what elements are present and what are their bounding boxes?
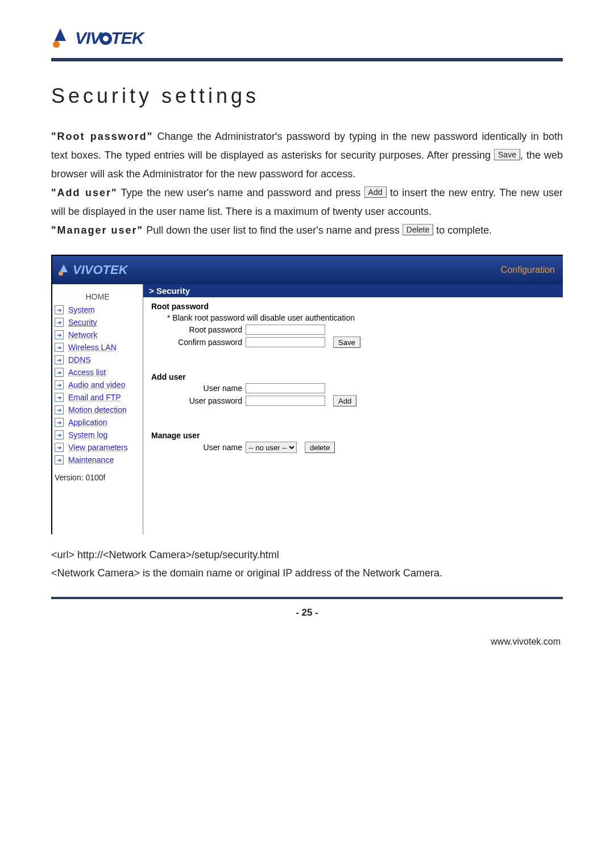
sidebar-item-label: Email and FTP [68, 393, 121, 402]
sidebar-item-label: Wireless LAN [68, 343, 117, 352]
sidebar-item-label: Network [68, 330, 97, 339]
sidebar-item-label: Application [68, 418, 107, 427]
sidebar-item-wireless-lan[interactable]: ➔ Wireless LAN [52, 341, 143, 354]
sidebar-item-audio-video[interactable]: ➔ Audio and video [52, 379, 143, 391]
arrow-icon: ➔ [55, 443, 64, 452]
arrow-icon: ➔ [55, 430, 64, 439]
page-title: Security settings [51, 84, 563, 108]
sidebar-item-network[interactable]: ➔ Network [52, 329, 143, 341]
add-user-heading: Add user [151, 372, 557, 381]
sidebar-item-maintenance[interactable]: ➔ Maintenance [52, 454, 143, 466]
save-button[interactable]: Save [333, 337, 360, 348]
embedded-screenshot: VIVOTEK Configuration HOME ➔ System ➔ Se… [51, 255, 563, 534]
site-url: www.vivotek.com [51, 637, 563, 647]
sidebar-item-application[interactable]: ➔ Application [52, 416, 143, 429]
root-password-note: * Blank root password will disable user … [151, 313, 557, 322]
version-label: Version: 0100f [52, 466, 143, 489]
arrow-icon: ➔ [55, 405, 64, 414]
sidebar-item-label: View parameters [68, 443, 128, 452]
arrow-icon: ➔ [55, 343, 64, 352]
root-password-heading: Root password [151, 302, 557, 311]
inline-delete-button: Delete [403, 224, 433, 235]
sidebar-item-ddns[interactable]: ➔ DDNS [52, 354, 143, 366]
sidebar-item-label: Security [68, 318, 97, 327]
sidebar-item-label: Motion detection [68, 405, 127, 414]
screenshot-header: VIVOTEK Configuration [52, 256, 563, 284]
user-password-label: User password [151, 396, 246, 405]
breadcrumb: > Security [143, 284, 563, 297]
root-password-label: "Root password" [51, 131, 153, 142]
manage-user-heading: Manage user [151, 431, 557, 440]
manage-username-label: User name [151, 443, 246, 452]
user-password-input[interactable] [246, 396, 325, 406]
sidebar-item-view-parameters[interactable]: ➔ View parameters [52, 441, 143, 454]
page-number: - 25 - [51, 607, 563, 618]
sidebar-item-label: Maintenance [68, 455, 114, 464]
sidebar-item-security[interactable]: ➔ Security [52, 316, 143, 329]
arrow-icon: ➔ [55, 305, 64, 314]
sidebar-item-label: System log [68, 430, 107, 439]
add-user-label: "Add user" [51, 187, 117, 198]
inline-add-button: Add [364, 186, 387, 198]
root-password-label: Root password [151, 325, 246, 334]
url-explain: <Network Camera> is the domain name or o… [51, 564, 563, 582]
sidebar: HOME ➔ System ➔ Security ➔ Network ➔ Wir… [52, 284, 143, 534]
sidebar-item-access-list[interactable]: ➔ Access list [52, 366, 143, 379]
sidebar-item-label: Access list [68, 368, 106, 377]
arrow-icon: ➔ [55, 393, 64, 402]
sidebar-item-email-ftp[interactable]: ➔ Email and FTP [52, 391, 143, 404]
arrow-icon: ➔ [55, 380, 64, 389]
username-label: User name [151, 384, 246, 393]
arrow-icon: ➔ [55, 318, 64, 327]
url-line: <url> http://<Network Camera>/setup/secu… [51, 546, 563, 564]
logo-icon [51, 28, 70, 48]
root-password-input[interactable] [246, 325, 325, 335]
configuration-link[interactable]: Configuration [501, 265, 555, 275]
body-text: "Root password" Change the Administrator… [51, 127, 563, 240]
arrow-icon: ➔ [55, 368, 64, 377]
arrow-icon: ➔ [55, 330, 64, 339]
username-input[interactable] [246, 383, 325, 393]
confirm-password-input[interactable] [246, 337, 325, 347]
arrow-icon: ➔ [55, 355, 64, 364]
arrow-icon: ➔ [55, 455, 64, 464]
brand-logo: VIVTEK [51, 28, 563, 48]
user-select[interactable]: -- no user -- [246, 442, 297, 453]
inline-save-button: Save [494, 149, 520, 160]
sidebar-item-label: Audio and video [68, 380, 125, 389]
header-divider [51, 58, 563, 61]
arrow-icon: ➔ [55, 418, 64, 427]
brand-name: VIVTEK [75, 28, 143, 48]
sidebar-item-system[interactable]: ➔ System [52, 304, 143, 316]
add-button[interactable]: Add [333, 395, 356, 406]
confirm-password-label: Confirm password [151, 338, 246, 347]
sidebar-item-label: System [68, 305, 95, 314]
manager-user-label: "Manager user" [51, 225, 143, 236]
content-panel: > Security Root password * Blank root pa… [143, 284, 563, 534]
sidebar-item-motion-detection[interactable]: ➔ Motion detection [52, 404, 143, 416]
sidebar-item-label: DDNS [68, 355, 91, 364]
delete-button[interactable]: delete [305, 442, 335, 453]
sidebar-item-system-log[interactable]: ➔ System log [52, 429, 143, 441]
footer-divider [51, 597, 563, 599]
url-notes: <url> http://<Network Camera>/setup/secu… [51, 546, 563, 582]
home-link[interactable]: HOME [52, 288, 143, 304]
screenshot-logo: VIVOTEK [58, 263, 128, 277]
